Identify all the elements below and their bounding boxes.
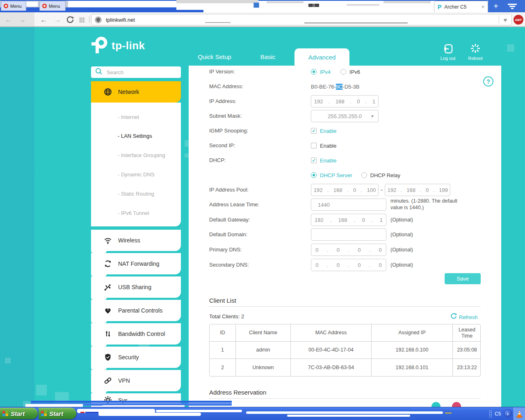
forward-icon[interactable]: → [54,16,61,23]
optional-hint: (Optional) [390,214,413,226]
site-badge-icon[interactable] [95,16,102,23]
dhcp-server-radio[interactable] [311,172,317,178]
back-icon[interactable]: ← [5,16,12,23]
tab-menu-icon[interactable] [508,4,517,10]
sidebar-subitem-internet[interactable]: - Internet [118,113,139,121]
octet[interactable]: 100 [367,187,376,193]
forward-icon[interactable]: → [19,16,26,23]
grid-icon[interactable] [79,17,84,23]
sidebar-subitem-ipv6-tunnel[interactable]: - IPv6 Tunnel [118,209,149,217]
sidebar-item-bandwidth-control[interactable]: Bandwidth Control [91,323,181,345]
close-tab-icon[interactable]: × [481,4,484,10]
new-tab-button[interactable]: + [491,2,500,11]
sidebar-subitem-lan-settings[interactable]: - LAN Settings [118,132,152,140]
sidebar-item-usb-sharing[interactable]: USB Sharing [91,276,181,298]
octet[interactable]: 0 [358,247,361,253]
octet[interactable]: 1 [372,98,375,105]
dhcp-checkbox[interactable]: ✓ [311,158,317,163]
browser-tab-menu-1[interactable]: Menu [1,1,26,11]
vlc-icon[interactable] [516,410,523,420]
cell-lease: 23:05:08 [453,342,481,359]
sidebar-item-security[interactable]: Security [91,347,181,368]
pool-start-input[interactable]: 192. 168. 0. 100 [311,184,379,196]
octet[interactable]: 168 [333,187,342,193]
octet[interactable]: 0 [362,217,365,223]
octet[interactable]: 0 [379,262,382,268]
reboot-label[interactable]: Reboot [463,56,488,61]
gateway-input[interactable]: 192. 168. 0. 1 [311,214,386,226]
octet[interactable]: 199 [439,187,448,193]
pool-end-input[interactable]: 192. 168. 0. 199 [385,184,450,196]
browser-tab-archer[interactable]: P Archer C5 × [434,1,488,12]
second-ip-checkbox[interactable] [311,143,317,148]
logout-icon[interactable] [443,43,453,56]
sidebar-subitem-static-routing[interactable]: - Static Routing [118,190,154,198]
dhcp-relay-label[interactable]: DHCP Relay [370,172,400,178]
reboot-icon[interactable] [470,43,480,55]
sidebar-subitem-dynamic-dns[interactable]: - Dynamic DNS [118,171,155,179]
sidebar-item-label: NAT Forwarding [118,260,160,267]
primary-dns-input[interactable]: 0. 0. 0. 0 [311,244,386,256]
bookmark-heart-icon[interactable]: ♥ [499,16,511,23]
ip-address-input[interactable]: 192. 168. 0. 1 [311,95,379,107]
start-button-label: Start [11,410,25,417]
tab-advanced[interactable]: Advanced [294,48,349,66]
browser-tab-menu-2[interactable]: Menu [39,1,66,11]
second-ip-enable-label[interactable]: Enable [320,143,336,149]
octet[interactable]: 0 [379,247,382,253]
sidebar-item-parental-controls[interactable]: Parental Controls [91,300,181,321]
domain-input[interactable] [311,228,386,241]
octet[interactable]: 0 [315,247,318,253]
logout-label[interactable]: Log out [436,56,460,61]
octet[interactable]: 0 [358,262,361,268]
sidebar-item-nat-forwarding[interactable]: NAT Forwarding [91,253,181,274]
sidebar-item-wireless[interactable]: Wireless [91,230,181,251]
octet[interactable]: 0 [337,247,340,253]
octet[interactable]: 168 [338,217,347,223]
octet[interactable]: 192 [314,98,323,105]
url-text[interactable]: tplinkwifi.net [106,17,499,23]
octet[interactable]: 192 [314,187,323,193]
field-label: Second IP: [209,139,235,152]
reload-icon[interactable] [66,16,74,25]
ipv6-radio[interactable] [340,69,346,75]
igmp-checkbox[interactable]: ✓ [311,128,317,134]
save-button[interactable]: Save [445,273,481,284]
ipv6-label[interactable]: IPv6 [349,69,360,75]
subnet-mask-dropdown[interactable]: 255.255.255.0 ▼ [311,110,379,122]
octet[interactable]: 168 [406,187,415,193]
address-bar[interactable]: tplinkwifi.net ♥ [91,14,512,25]
tab-basic[interactable]: Basic [249,53,286,60]
dhcp-relay-radio[interactable] [361,172,367,178]
octet[interactable]: 0 [357,98,360,105]
lease-time-input[interactable]: 1440 [311,199,386,211]
igmp-enable-label[interactable]: Enable [320,128,336,134]
ipv4-radio[interactable] [311,69,317,75]
refresh-button[interactable]: Refresh [450,313,478,321]
dhcp-enable-label[interactable]: Enable [320,158,336,164]
start-button[interactable]: Start [0,408,38,419]
octet[interactable]: 0 [315,262,318,268]
sidebar-item-network[interactable]: Network [91,81,181,103]
tray-collapse-arrow[interactable]: ‹ [504,409,512,418]
octet[interactable]: 1 [380,217,383,223]
up-down-arrows-icon [104,330,112,338]
search-input[interactable] [106,69,167,76]
sidebar-item-vpn[interactable]: VPN [91,370,181,391]
octet[interactable]: 0 [337,262,340,268]
back-icon[interactable]: ← [40,16,47,23]
secondary-dns-input[interactable]: 0. 0. 0. 0 [311,259,386,271]
field-label: IP Version: [209,66,235,78]
octet[interactable]: 0 [353,187,356,193]
dhcp-server-label[interactable]: DHCP Server [320,172,352,178]
octet[interactable]: 168 [336,98,345,105]
adblock-icon[interactable]: ABP [514,15,523,25]
sidebar-subitem-interface-grouping[interactable]: - Interface Grouping [118,151,165,160]
ipv4-label[interactable]: IPv4 [320,69,331,75]
octet[interactable]: 192 [315,217,324,223]
tab-quick-setup[interactable]: Quick Setup [188,53,241,60]
octet[interactable]: 0 [426,187,429,193]
octet[interactable]: 192 [388,187,397,193]
start-button[interactable]: Start [39,408,76,419]
sidebar-search[interactable] [91,66,181,78]
